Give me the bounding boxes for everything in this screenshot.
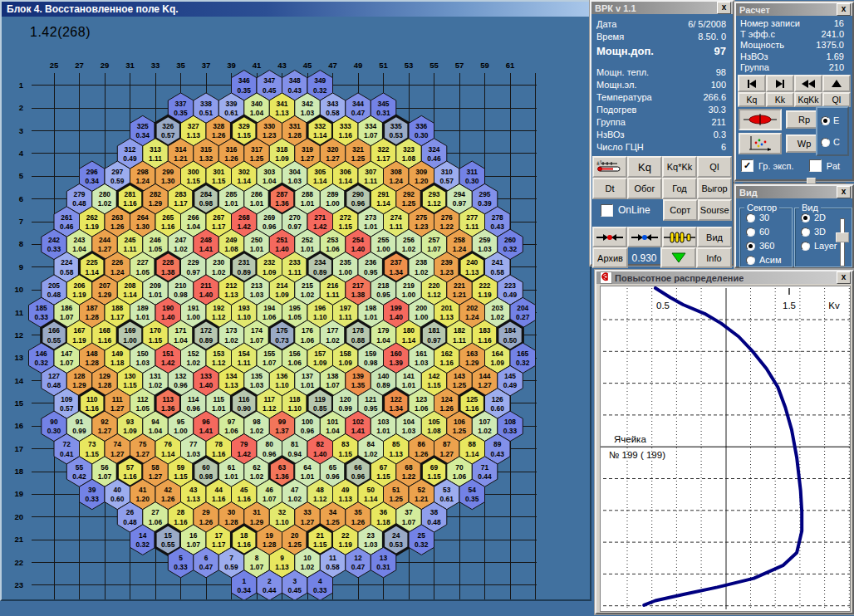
- svg-text:1.27: 1.27: [136, 450, 150, 458]
- sector-radio-30[interactable]: 30: [746, 213, 792, 222]
- svg-text:1.01: 1.01: [136, 313, 150, 321]
- svg-text:339: 339: [226, 100, 238, 108]
- raschet-qi-button[interactable]: QI: [822, 92, 851, 107]
- vrk-god-button[interactable]: Год: [662, 178, 697, 199]
- vrk-titlebar[interactable]: ВРК v 1.1 x: [591, 2, 733, 14]
- eject-button[interactable]: [822, 75, 851, 92]
- svg-text:1.42: 1.42: [161, 359, 175, 367]
- svg-text:1.15: 1.15: [123, 381, 137, 389]
- pat-checkbox[interactable]: [809, 159, 822, 172]
- sector-radio-60[interactable]: 60: [746, 227, 792, 237]
- svg-text:247: 247: [175, 236, 187, 244]
- svg-text:312: 312: [125, 145, 136, 154]
- scatter-button[interactable]: [739, 133, 782, 154]
- vid-titlebar[interactable]: Вид x: [736, 186, 852, 198]
- first-record-button[interactable]: [738, 75, 766, 92]
- svg-text:349: 349: [314, 76, 326, 85]
- svg-text:117: 117: [263, 395, 275, 403]
- svg-text:207: 207: [99, 281, 110, 290]
- svg-text:0.50: 0.50: [503, 336, 518, 345]
- svg-text:186: 186: [61, 304, 72, 312]
- svg-text:0.34: 0.34: [136, 131, 150, 139]
- converge-blue-button[interactable]: [627, 227, 662, 247]
- svg-text:218: 218: [378, 281, 390, 290]
- svg-text:1.16: 1.16: [478, 336, 492, 345]
- chart-titlebar[interactable]: Повысотное распределение x: [596, 271, 852, 284]
- svg-text:39: 39: [227, 61, 236, 70]
- svg-text:287: 287: [277, 190, 288, 198]
- sector-radio-360[interactable]: 360: [746, 241, 792, 251]
- svg-text:1.01: 1.01: [149, 291, 163, 299]
- svg-text:35: 35: [354, 508, 362, 516]
- main-window-titlebar[interactable]: Блок 4. Восстановленное поле Kq.: [2, 2, 590, 17]
- vrk-info-button[interactable]: Info: [696, 247, 732, 268]
- svg-text:1.01: 1.01: [301, 381, 315, 389]
- fuel-coil-button[interactable]: [662, 227, 697, 247]
- svg-text:1.10: 1.10: [275, 518, 289, 526]
- svg-text:13: 13: [380, 554, 388, 562]
- online-checkbox[interactable]: [601, 204, 613, 217]
- svg-text:0.32: 0.32: [313, 86, 327, 95]
- svg-text:344: 344: [352, 100, 364, 108]
- vrk-kq-button[interactable]: Kq: [627, 156, 662, 178]
- arhiv-button[interactable]: Архив: [592, 247, 628, 268]
- archive-value: 0.930: [628, 247, 660, 268]
- svg-text:45: 45: [303, 61, 312, 70]
- vid-close-icon[interactable]: x: [837, 186, 851, 198]
- thermometer-button[interactable]: ±°: [592, 156, 627, 178]
- lens-button[interactable]: [739, 109, 782, 130]
- svg-text:1.24: 1.24: [136, 177, 150, 185]
- svg-text:0.96: 0.96: [174, 381, 188, 389]
- chart-close-icon[interactable]: x: [837, 271, 851, 284]
- vrk-info-9: Число ГЦН6: [591, 140, 733, 153]
- sector-radio-Асим[interactable]: Асим: [746, 255, 792, 265]
- svg-text:1.15: 1.15: [376, 472, 390, 481]
- view-slider[interactable]: [836, 218, 847, 266]
- vrk-close-icon[interactable]: x: [717, 2, 731, 14]
- svg-text:72: 72: [63, 440, 71, 448]
- svg-text:1.07: 1.07: [98, 472, 112, 481]
- raschet-titlebar[interactable]: Расчет x: [736, 3, 852, 16]
- svg-text:252: 252: [302, 236, 313, 244]
- svg-text:213: 213: [251, 281, 263, 290]
- svg-text:1.02: 1.02: [250, 472, 264, 481]
- svg-text:1.07: 1.07: [187, 540, 201, 549]
- raschet-kqkk-button[interactable]: KqKk: [794, 92, 822, 107]
- svg-text:345: 345: [378, 100, 390, 108]
- svg-text:81: 81: [291, 440, 299, 448]
- vrk-sourse-button[interactable]: Sourse: [698, 199, 733, 221]
- svg-text:311: 311: [466, 168, 478, 176]
- svg-text:271: 271: [314, 213, 326, 222]
- raschet-kq-button[interactable]: Kq: [738, 92, 766, 107]
- last-record-button[interactable]: [766, 75, 794, 92]
- converge-red-button[interactable]: [592, 227, 627, 247]
- svg-text:78: 78: [215, 440, 223, 448]
- svg-text:338: 338: [200, 100, 212, 108]
- radio-e[interactable]: E: [821, 115, 844, 125]
- raschet-close-icon[interactable]: x: [837, 3, 851, 16]
- svg-text:1.04: 1.04: [187, 222, 201, 231]
- rewind-button[interactable]: [794, 75, 822, 92]
- vrk-vygor-button[interactable]: Выгор: [697, 178, 732, 199]
- radio-c[interactable]: C: [821, 137, 844, 147]
- fuel-coil-icon: [664, 231, 695, 244]
- svg-text:1.06: 1.06: [224, 427, 238, 435]
- svg-text:299: 299: [162, 168, 174, 176]
- svg-text:230: 230: [213, 258, 224, 266]
- raschet-kk-button[interactable]: Kk: [766, 92, 794, 107]
- vrk-vid-button[interactable]: Вид: [697, 227, 732, 247]
- svg-text:47: 47: [291, 486, 299, 494]
- svg-text:1.40: 1.40: [313, 450, 327, 458]
- svg-text:1.41: 1.41: [199, 427, 214, 435]
- svg-text:1.27: 1.27: [326, 154, 340, 163]
- gr-exp-checkbox[interactable]: ✓: [741, 159, 753, 172]
- svg-text:0.57: 0.57: [161, 131, 175, 139]
- vrk-qi-button[interactable]: QI: [697, 156, 732, 178]
- vrk-obog-button[interactable]: Обог: [627, 178, 662, 199]
- vrk-sort-button[interactable]: Сорт: [663, 199, 698, 221]
- green-triangle-button[interactable]: [660, 247, 696, 268]
- svg-text:242: 242: [48, 236, 60, 244]
- vrk-dt-button[interactable]: Dt: [592, 178, 627, 199]
- vrk-kqkk-button[interactable]: Kq*Kk: [662, 156, 697, 178]
- svg-text:1.28: 1.28: [86, 359, 100, 367]
